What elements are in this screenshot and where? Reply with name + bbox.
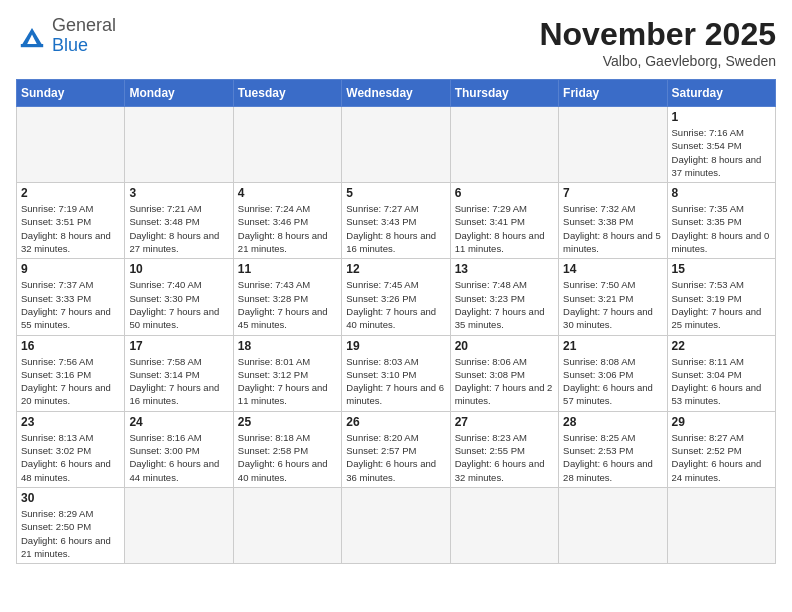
day-info: Sunrise: 8:20 AM Sunset: 2:57 PM Dayligh…: [346, 431, 445, 484]
header-cell-saturday: Saturday: [667, 80, 775, 107]
header-cell-monday: Monday: [125, 80, 233, 107]
day-number: 13: [455, 262, 554, 276]
day-cell: 16Sunrise: 7:56 AM Sunset: 3:16 PM Dayli…: [17, 335, 125, 411]
day-cell: 8Sunrise: 7:35 AM Sunset: 3:35 PM Daylig…: [667, 183, 775, 259]
day-info: Sunrise: 8:08 AM Sunset: 3:06 PM Dayligh…: [563, 355, 662, 408]
day-cell: 6Sunrise: 7:29 AM Sunset: 3:41 PM Daylig…: [450, 183, 558, 259]
day-cell: 18Sunrise: 8:01 AM Sunset: 3:12 PM Dayli…: [233, 335, 341, 411]
day-info: Sunrise: 7:58 AM Sunset: 3:14 PM Dayligh…: [129, 355, 228, 408]
day-cell: 30Sunrise: 8:29 AM Sunset: 2:50 PM Dayli…: [17, 487, 125, 563]
day-number: 20: [455, 339, 554, 353]
day-info: Sunrise: 8:11 AM Sunset: 3:04 PM Dayligh…: [672, 355, 771, 408]
day-cell: 2Sunrise: 7:19 AM Sunset: 3:51 PM Daylig…: [17, 183, 125, 259]
week-row-4: 23Sunrise: 8:13 AM Sunset: 3:02 PM Dayli…: [17, 411, 776, 487]
header-cell-friday: Friday: [559, 80, 667, 107]
week-row-5: 30Sunrise: 8:29 AM Sunset: 2:50 PM Dayli…: [17, 487, 776, 563]
calendar-title: November 2025: [539, 16, 776, 53]
day-info: Sunrise: 8:13 AM Sunset: 3:02 PM Dayligh…: [21, 431, 120, 484]
day-number: 23: [21, 415, 120, 429]
calendar-body: 1Sunrise: 7:16 AM Sunset: 3:54 PM Daylig…: [17, 107, 776, 564]
day-number: 4: [238, 186, 337, 200]
day-cell: 17Sunrise: 7:58 AM Sunset: 3:14 PM Dayli…: [125, 335, 233, 411]
day-cell: [450, 107, 558, 183]
day-cell: 14Sunrise: 7:50 AM Sunset: 3:21 PM Dayli…: [559, 259, 667, 335]
header: General Blue November 2025 Valbo, Gaevle…: [16, 16, 776, 69]
day-info: Sunrise: 8:03 AM Sunset: 3:10 PM Dayligh…: [346, 355, 445, 408]
day-cell: [233, 487, 341, 563]
day-cell: 27Sunrise: 8:23 AM Sunset: 2:55 PM Dayli…: [450, 411, 558, 487]
day-number: 21: [563, 339, 662, 353]
day-number: 28: [563, 415, 662, 429]
day-number: 15: [672, 262, 771, 276]
day-number: 18: [238, 339, 337, 353]
day-number: 17: [129, 339, 228, 353]
day-cell: [559, 107, 667, 183]
day-cell: [342, 107, 450, 183]
day-info: Sunrise: 7:53 AM Sunset: 3:19 PM Dayligh…: [672, 278, 771, 331]
day-info: Sunrise: 7:50 AM Sunset: 3:21 PM Dayligh…: [563, 278, 662, 331]
day-cell: 9Sunrise: 7:37 AM Sunset: 3:33 PM Daylig…: [17, 259, 125, 335]
day-info: Sunrise: 8:06 AM Sunset: 3:08 PM Dayligh…: [455, 355, 554, 408]
day-cell: 26Sunrise: 8:20 AM Sunset: 2:57 PM Dayli…: [342, 411, 450, 487]
day-info: Sunrise: 7:21 AM Sunset: 3:48 PM Dayligh…: [129, 202, 228, 255]
logo: General Blue: [16, 16, 116, 56]
day-number: 16: [21, 339, 120, 353]
day-number: 10: [129, 262, 228, 276]
week-row-3: 16Sunrise: 7:56 AM Sunset: 3:16 PM Dayli…: [17, 335, 776, 411]
header-cell-thursday: Thursday: [450, 80, 558, 107]
day-cell: 15Sunrise: 7:53 AM Sunset: 3:19 PM Dayli…: [667, 259, 775, 335]
day-cell: [233, 107, 341, 183]
day-info: Sunrise: 8:16 AM Sunset: 3:00 PM Dayligh…: [129, 431, 228, 484]
day-cell: 21Sunrise: 8:08 AM Sunset: 3:06 PM Dayli…: [559, 335, 667, 411]
day-number: 24: [129, 415, 228, 429]
day-cell: 4Sunrise: 7:24 AM Sunset: 3:46 PM Daylig…: [233, 183, 341, 259]
day-number: 30: [21, 491, 120, 505]
logo-general: General: [52, 15, 116, 35]
day-number: 7: [563, 186, 662, 200]
day-cell: 1Sunrise: 7:16 AM Sunset: 3:54 PM Daylig…: [667, 107, 775, 183]
day-cell: [17, 107, 125, 183]
day-cell: 13Sunrise: 7:48 AM Sunset: 3:23 PM Dayli…: [450, 259, 558, 335]
week-row-1: 2Sunrise: 7:19 AM Sunset: 3:51 PM Daylig…: [17, 183, 776, 259]
day-number: 11: [238, 262, 337, 276]
day-cell: 24Sunrise: 8:16 AM Sunset: 3:00 PM Dayli…: [125, 411, 233, 487]
day-info: Sunrise: 7:48 AM Sunset: 3:23 PM Dayligh…: [455, 278, 554, 331]
day-cell: 29Sunrise: 8:27 AM Sunset: 2:52 PM Dayli…: [667, 411, 775, 487]
day-cell: [125, 107, 233, 183]
day-cell: 22Sunrise: 8:11 AM Sunset: 3:04 PM Dayli…: [667, 335, 775, 411]
day-number: 1: [672, 110, 771, 124]
day-info: Sunrise: 8:01 AM Sunset: 3:12 PM Dayligh…: [238, 355, 337, 408]
day-info: Sunrise: 7:56 AM Sunset: 3:16 PM Dayligh…: [21, 355, 120, 408]
header-cell-wednesday: Wednesday: [342, 80, 450, 107]
header-cell-tuesday: Tuesday: [233, 80, 341, 107]
day-info: Sunrise: 7:19 AM Sunset: 3:51 PM Dayligh…: [21, 202, 120, 255]
day-info: Sunrise: 7:37 AM Sunset: 3:33 PM Dayligh…: [21, 278, 120, 331]
day-info: Sunrise: 7:35 AM Sunset: 3:35 PM Dayligh…: [672, 202, 771, 255]
day-number: 22: [672, 339, 771, 353]
day-cell: [342, 487, 450, 563]
day-number: 5: [346, 186, 445, 200]
calendar-subtitle: Valbo, Gaevleborg, Sweden: [539, 53, 776, 69]
day-cell: 23Sunrise: 8:13 AM Sunset: 3:02 PM Dayli…: [17, 411, 125, 487]
day-cell: [559, 487, 667, 563]
day-number: 6: [455, 186, 554, 200]
day-number: 9: [21, 262, 120, 276]
day-cell: 11Sunrise: 7:43 AM Sunset: 3:28 PM Dayli…: [233, 259, 341, 335]
title-section: November 2025 Valbo, Gaevleborg, Sweden: [539, 16, 776, 69]
day-number: 26: [346, 415, 445, 429]
logo-text: General Blue: [52, 16, 116, 56]
day-number: 8: [672, 186, 771, 200]
day-number: 29: [672, 415, 771, 429]
day-info: Sunrise: 8:23 AM Sunset: 2:55 PM Dayligh…: [455, 431, 554, 484]
day-info: Sunrise: 8:18 AM Sunset: 2:58 PM Dayligh…: [238, 431, 337, 484]
calendar-header-row: SundayMondayTuesdayWednesdayThursdayFrid…: [17, 80, 776, 107]
day-number: 27: [455, 415, 554, 429]
day-number: 12: [346, 262, 445, 276]
logo-icon: [16, 20, 48, 52]
day-info: Sunrise: 7:27 AM Sunset: 3:43 PM Dayligh…: [346, 202, 445, 255]
day-info: Sunrise: 8:27 AM Sunset: 2:52 PM Dayligh…: [672, 431, 771, 484]
day-info: Sunrise: 7:29 AM Sunset: 3:41 PM Dayligh…: [455, 202, 554, 255]
day-cell: 7Sunrise: 7:32 AM Sunset: 3:38 PM Daylig…: [559, 183, 667, 259]
day-cell: 28Sunrise: 8:25 AM Sunset: 2:53 PM Dayli…: [559, 411, 667, 487]
day-info: Sunrise: 7:40 AM Sunset: 3:30 PM Dayligh…: [129, 278, 228, 331]
